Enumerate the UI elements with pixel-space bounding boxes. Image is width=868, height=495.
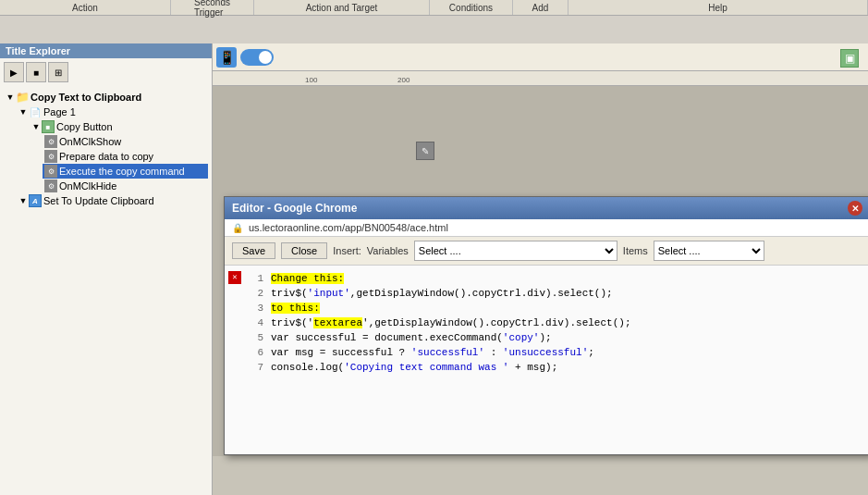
folder-icon-root: 📁 (16, 91, 29, 104)
dialog-url-bar: 🔒 us.lectoraonline.com/app/BN00548/ace.h… (225, 219, 868, 237)
editor-dialog: Editor - Google Chrome ✕ 🔒 us.lectoraonl… (224, 196, 868, 455)
dialog-overlay: Editor - Google Chrome ✕ 🔒 us.lectoraonl… (213, 43, 868, 495)
tree-item-execute[interactable]: ⚙ Execute the copy command (43, 164, 208, 179)
insert-label: Insert: (333, 245, 361, 256)
text-icon: A (29, 194, 42, 207)
items-select[interactable]: Select .... (654, 241, 764, 261)
panel-title: Title Explorer (0, 43, 212, 58)
panel-icon-1[interactable]: ▶ (4, 62, 24, 82)
tree-item-root[interactable]: ▼ 📁 Copy Text to Clipboard (4, 90, 208, 105)
tree-label-root: Copy Text to Clipboard (31, 92, 141, 103)
code-line-7: 7 console.log('Copying text command was … (228, 360, 866, 375)
trigger-col-header: SecondsTrigger (171, 0, 254, 15)
tree-label-onmclkhide: OnMClkHide (59, 180, 116, 192)
action-target-col-header: Action and Target (254, 0, 430, 15)
dialog-editor-toolbar: Save Close Insert: Variables Select ....… (225, 237, 868, 266)
gear-icon-1: ⚙ (44, 135, 57, 148)
tree-label-set-update: Set To Update Clipboard (43, 195, 154, 206)
dialog-close-button[interactable]: ✕ (848, 201, 862, 216)
dialog-title-left: Editor - Google Chrome (232, 202, 357, 215)
dialog-title-text: Editor - Google Chrome (232, 202, 357, 215)
tree-label-prepare: Prepare data to copy (59, 151, 153, 162)
tree-label-execute: Execute the copy command (59, 166, 185, 177)
variables-select[interactable]: Select .... (414, 241, 617, 261)
expand-arrow-copy-btn: ▼ (31, 122, 41, 131)
conditions-col-header: Conditions (430, 0, 513, 15)
code-line-1: ✕ 1 Change this: (228, 271, 866, 286)
code-editor[interactable]: ✕ 1 Change this: 2 triv$('input',getDisp… (225, 266, 868, 454)
code-line-2: 2 triv$('input',getDisplayWindow().copyC… (228, 286, 866, 301)
tree-item-onmclkshow[interactable]: ⚙ OnMClkShow (43, 134, 208, 149)
copy-btn-icon: ■ (42, 120, 55, 133)
page-icon: 📄 (29, 105, 42, 118)
toolbar-header: Action SecondsTrigger Action and Target … (0, 0, 868, 16)
error-icon-1: ✕ (228, 271, 241, 284)
panel-icon-2[interactable]: ■ (26, 62, 46, 82)
tree-item-onmclkhide[interactable]: ⚙ OnMClkHide (43, 179, 208, 193)
tree-item-prepare[interactable]: ⚙ Prepare data to copy (43, 149, 208, 164)
tree-item-set-update[interactable]: ▼ A Set To Update Clipboard (17, 193, 208, 208)
lock-icon: 🔒 (232, 223, 243, 233)
action-col-header: Action (0, 0, 171, 15)
code-line-3: 3 to this: (228, 301, 866, 316)
gear-icon-4: ⚙ (44, 179, 57, 192)
add-col-header: Add (513, 0, 568, 15)
expand-arrow-root: ▼ (6, 93, 15, 102)
code-line-4: 4 triv$('textarea',getDisplayWindow().co… (228, 316, 866, 330)
panel-icon-3[interactable]: ⊞ (48, 62, 68, 82)
code-line-6: 6 var msg = successful ? 'successful' : … (228, 345, 866, 360)
tree-label-copy-button: Copy Button (56, 121, 113, 132)
tree-item-copy-button[interactable]: ▼ ■ Copy Button (30, 119, 208, 134)
tree-area: ▼ 📁 Copy Text to Clipboard ▼ 📄 Page 1 ▼ … (0, 86, 212, 212)
items-label: Items (623, 245, 648, 256)
help-col-header: Help (568, 0, 868, 15)
panel-toolbar: ▶ ■ ⊞ (0, 58, 212, 86)
tree-item-page1[interactable]: ▼ 📄 Page 1 (17, 105, 208, 119)
gear-icon-3: ⚙ (44, 165, 57, 178)
tree-label-onmclkshow: OnMClkShow (59, 136, 121, 147)
expand-arrow-set: ▼ (18, 196, 28, 205)
gear-icon-2: ⚙ (44, 150, 57, 163)
expand-arrow-page1: ▼ (18, 107, 28, 117)
save-button[interactable]: Save (232, 242, 275, 259)
close-button[interactable]: Close (281, 242, 327, 259)
title-explorer-panel: Title Explorer ▶ ■ ⊞ ▼ 📁 Copy Text to Cl… (0, 43, 213, 495)
variables-label: Variables (367, 245, 409, 256)
code-line-5: 5 var successful = document.execCommand(… (228, 330, 866, 345)
tree-label-page1: Page 1 (43, 106, 76, 118)
dialog-url: us.lectoraonline.com/app/BN00548/ace.htm… (249, 222, 448, 233)
code-editor-empty-area (228, 375, 866, 449)
dialog-titlebar: Editor - Google Chrome ✕ (225, 197, 868, 219)
